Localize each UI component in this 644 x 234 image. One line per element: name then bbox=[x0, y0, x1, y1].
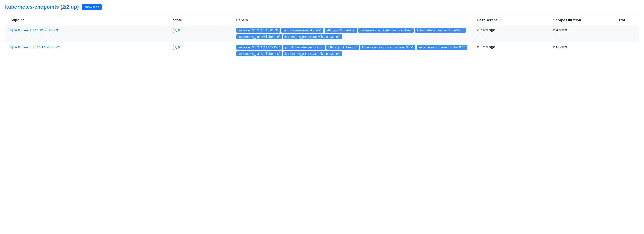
last-scrape-cell: 6.179s ago bbox=[474, 42, 550, 59]
table-row: http://10.244.2.127:9153/metricsUPinstan… bbox=[5, 42, 639, 59]
label-badge: job="kubernetes-endpoints" bbox=[281, 28, 323, 33]
col-header-scrape-duration: Scrape Duration bbox=[550, 15, 614, 25]
error-cell bbox=[614, 42, 639, 59]
targets-table: Endpoint State Labels Last Scrape Scrape… bbox=[5, 15, 639, 59]
table-body: http://10.244.1.15:9153/metricsUPinstanc… bbox=[5, 25, 639, 59]
label-badge: kubernetes_namespace="kube-system" bbox=[283, 34, 342, 39]
state-badge: UP bbox=[173, 45, 182, 50]
labels-cell: instance="10.244.1.15:9153"job="kubernet… bbox=[233, 25, 474, 42]
endpoint-cell: http://10.244.2.127:9153/metrics bbox=[5, 42, 170, 59]
label-badge: kubernetes_io_name="KubeDNS" bbox=[415, 28, 466, 33]
labels-cell: instance="10.244.2.127:9153"job="kuberne… bbox=[233, 42, 474, 59]
label-badge: instance="10.244.2.127:9153" bbox=[236, 45, 282, 50]
endpoint-cell: http://10.244.1.15:9153/metrics bbox=[5, 25, 170, 42]
col-header-endpoint: Endpoint bbox=[5, 15, 170, 25]
page-title: kubernetes-endpoints (2/2 up) bbox=[5, 4, 79, 10]
col-header-error: Error bbox=[614, 15, 639, 25]
label-badge: instance="10.244.1.15:9153" bbox=[236, 28, 280, 33]
label-badge: kubernetes_io_cluster_service="true" bbox=[360, 45, 415, 50]
labels-container: instance="10.244.2.127:9153"job="kuberne… bbox=[236, 45, 471, 56]
label-badge: kubernetes_namespace="kube-system" bbox=[283, 51, 342, 56]
label-badge: k8s_app="kube-dns" bbox=[326, 45, 359, 50]
endpoint-link[interactable]: http://10.244.1.15:9153/metrics bbox=[8, 28, 58, 32]
col-header-last-scrape: Last Scrape bbox=[474, 15, 550, 25]
label-badge: kubernetes_name="kube-dns" bbox=[236, 51, 282, 56]
col-header-labels: Labels bbox=[233, 15, 474, 25]
endpoint-link[interactable]: http://10.244.2.127:9153/metrics bbox=[8, 45, 60, 49]
error-cell bbox=[614, 25, 639, 42]
label-badge: kubernetes_name="kube-dns" bbox=[236, 34, 282, 39]
state-cell: UP bbox=[170, 25, 233, 42]
table-header: Endpoint State Labels Last Scrape Scrape… bbox=[5, 15, 639, 25]
label-badge: job="kubernetes-endpoints" bbox=[283, 45, 325, 50]
col-header-state: State bbox=[170, 15, 233, 25]
show-less-button[interactable]: show less bbox=[82, 4, 102, 10]
last-scrape-cell: 3.718s ago bbox=[474, 25, 550, 42]
scrape-duration-cell: 5.023ms bbox=[550, 42, 614, 59]
label-badge: k8s_app="kube-dns" bbox=[325, 28, 357, 33]
header-row: Endpoint State Labels Last Scrape Scrape… bbox=[5, 15, 639, 25]
page-header: kubernetes-endpoints (2/2 up) show less bbox=[5, 4, 639, 10]
scrape-duration-cell: 5.478ms bbox=[550, 25, 614, 42]
labels-container: instance="10.244.1.15:9153"job="kubernet… bbox=[236, 28, 471, 39]
state-cell: UP bbox=[170, 42, 233, 59]
label-badge: kubernetes_io_cluster_service="true" bbox=[358, 28, 413, 33]
label-badge: kubernetes_io_name="KubeDNS" bbox=[417, 45, 467, 50]
table-row: http://10.244.1.15:9153/metricsUPinstanc… bbox=[5, 25, 639, 42]
state-badge: UP bbox=[173, 28, 182, 33]
